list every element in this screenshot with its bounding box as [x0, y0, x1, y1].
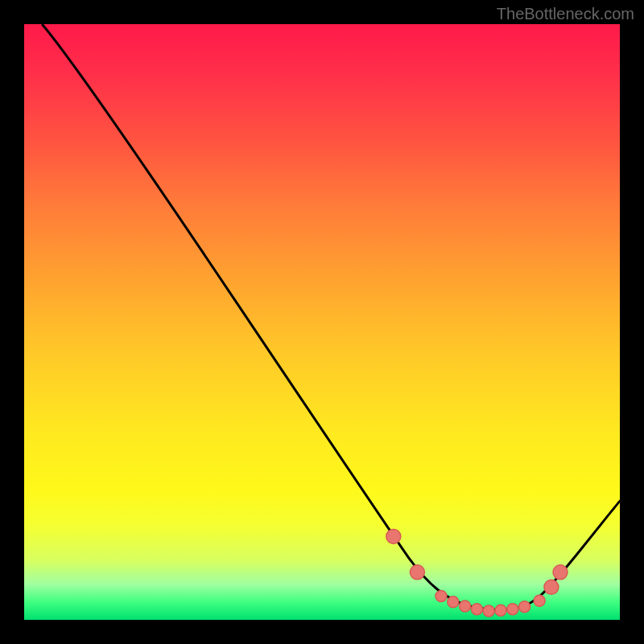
chart-marker	[471, 604, 482, 615]
chart-marker	[534, 595, 545, 606]
chart-marker	[507, 604, 518, 615]
chart-marker	[460, 601, 471, 612]
chart-marker	[553, 565, 568, 580]
chart-marker	[519, 601, 530, 613]
chart-markers-group	[386, 529, 568, 617]
chart-marker	[386, 529, 401, 543]
bottleneck-curve-line	[42, 24, 620, 609]
chart-plot-area	[24, 24, 620, 620]
watermark-text: TheBottleneck.com	[497, 5, 634, 23]
chart-marker	[544, 580, 559, 594]
chart-marker	[495, 605, 506, 616]
chart-marker	[448, 597, 459, 608]
chart-marker	[410, 565, 424, 580]
chart-marker	[483, 605, 494, 617]
chart-svg	[24, 24, 620, 620]
chart-marker	[436, 590, 447, 601]
